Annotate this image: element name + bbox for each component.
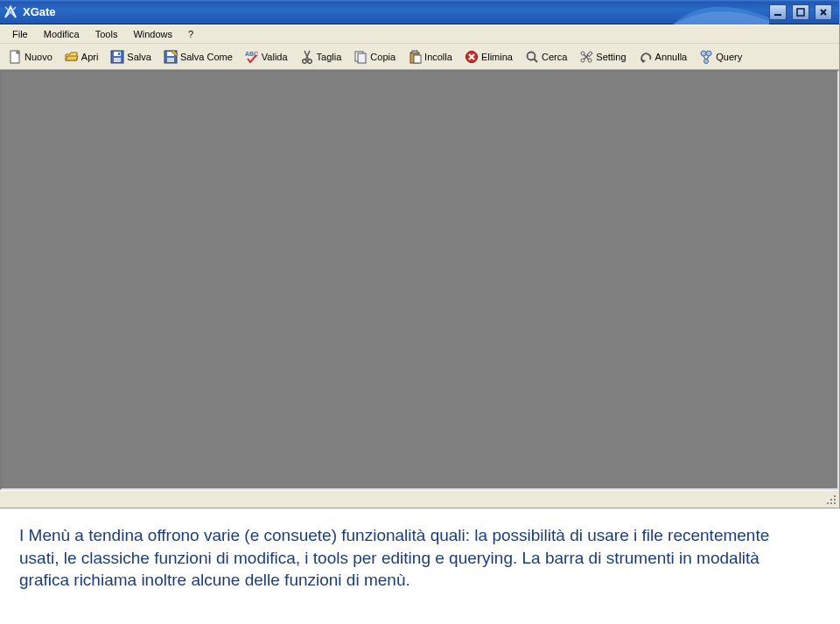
- toolbar-label: Taglia: [317, 52, 342, 62]
- toolbar-cerca[interactable]: Cerca: [521, 46, 571, 67]
- menu-help[interactable]: ?: [181, 27, 200, 41]
- close-button[interactable]: [815, 4, 832, 20]
- undo-icon: [639, 50, 653, 64]
- save-as-icon: [164, 50, 178, 64]
- open-folder-icon: [65, 50, 79, 64]
- titlebar[interactable]: XGate: [0, 0, 839, 25]
- toolbar-label: Setting: [596, 52, 626, 62]
- toolbar-salva-come[interactable]: Salva Come: [159, 46, 237, 67]
- new-file-icon: [8, 50, 22, 64]
- query-icon: [699, 50, 713, 64]
- menubar: File Modifica Tools Windows ?: [0, 25, 839, 44]
- statusbar: [0, 490, 839, 508]
- toolbar-copia[interactable]: Copia: [349, 46, 400, 67]
- toolbar-label: Cerca: [542, 52, 567, 62]
- toolbar-taglia[interactable]: Taglia: [296, 46, 346, 67]
- copy-icon: [354, 50, 368, 64]
- toolbar-query[interactable]: Query: [695, 46, 746, 67]
- svg-rect-28: [830, 499, 832, 501]
- toolbar-label: Nuovo: [24, 52, 52, 62]
- minimize-button[interactable]: [769, 4, 787, 20]
- toolbar-label: Valida: [262, 52, 288, 62]
- toolbar-label: Salva: [127, 52, 151, 62]
- search-icon: [525, 50, 539, 64]
- workspace: [0, 70, 839, 490]
- toolbar-valida[interactable]: Valida: [241, 46, 292, 67]
- svg-rect-25: [774, 14, 781, 16]
- svg-rect-29: [834, 499, 836, 501]
- toolbar-label: Apri: [81, 52, 99, 62]
- menu-modifica[interactable]: Modifica: [37, 27, 87, 41]
- caption-paragraph: I Menù a tendina offrono varie (e consue…: [0, 508, 814, 613]
- toolbar-setting[interactable]: Setting: [575, 46, 630, 67]
- titlebar-decoration: [673, 0, 769, 25]
- toolbar-label: Incolla: [424, 52, 452, 62]
- save-icon: [110, 50, 124, 64]
- toolbar-apri[interactable]: Apri: [60, 46, 103, 67]
- toolbar-label: Query: [716, 52, 742, 62]
- toolbar-elimina[interactable]: Elimina: [460, 46, 517, 67]
- toolbar-label: Annulla: [655, 52, 688, 62]
- app-window: XGate File Modifica Tools Windows ?: [0, 0, 840, 508]
- cut-icon: [300, 50, 314, 64]
- toolbar-label: Salva Come: [180, 52, 233, 62]
- svg-rect-26: [797, 9, 804, 16]
- svg-rect-30: [827, 502, 829, 504]
- settings-icon: [579, 50, 593, 64]
- toolbar-salva[interactable]: Salva: [106, 46, 156, 67]
- window-title: XGate: [23, 5, 56, 18]
- svg-rect-32: [834, 502, 836, 504]
- toolbar: Nuovo Apri Salva Salva Come Valida Tagli…: [0, 44, 839, 70]
- svg-rect-31: [830, 502, 832, 504]
- resize-grip[interactable]: [825, 494, 837, 506]
- delete-icon: [465, 50, 479, 64]
- toolbar-label: Copia: [370, 52, 396, 62]
- toolbar-incolla[interactable]: Incolla: [403, 46, 457, 67]
- menu-tools[interactable]: Tools: [88, 27, 125, 41]
- toolbar-nuovo[interactable]: Nuovo: [4, 46, 57, 67]
- menu-windows[interactable]: Windows: [126, 27, 179, 41]
- app-icon: [4, 5, 18, 19]
- validate-icon: [245, 50, 259, 64]
- paste-icon: [408, 50, 422, 64]
- toolbar-annulla[interactable]: Annulla: [634, 46, 692, 67]
- menu-file[interactable]: File: [5, 27, 35, 41]
- svg-rect-27: [834, 495, 836, 497]
- toolbar-label: Elimina: [481, 52, 513, 62]
- maximize-button[interactable]: [792, 4, 809, 20]
